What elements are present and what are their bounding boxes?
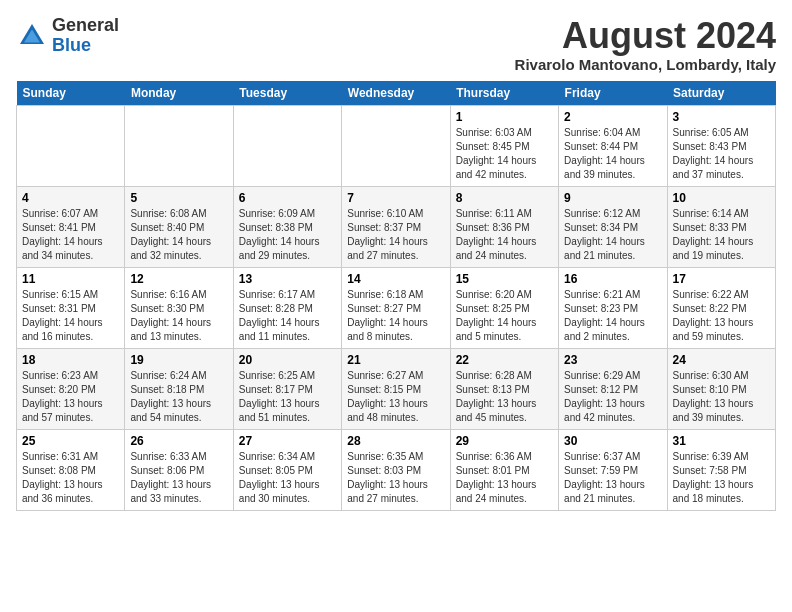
calendar-week-row: 25Sunrise: 6:31 AM Sunset: 8:08 PM Dayli…	[17, 429, 776, 510]
day-number: 3	[673, 110, 770, 124]
day-number: 6	[239, 191, 336, 205]
day-number: 16	[564, 272, 661, 286]
calendar-table: SundayMondayTuesdayWednesdayThursdayFrid…	[16, 81, 776, 511]
calendar-cell: 14Sunrise: 6:18 AM Sunset: 8:27 PM Dayli…	[342, 267, 450, 348]
calendar-cell: 24Sunrise: 6:30 AM Sunset: 8:10 PM Dayli…	[667, 348, 775, 429]
day-info: Sunrise: 6:14 AM Sunset: 8:33 PM Dayligh…	[673, 207, 770, 263]
title-block: August 2024 Rivarolo Mantovano, Lombardy…	[515, 16, 776, 73]
day-number: 27	[239, 434, 336, 448]
day-number: 28	[347, 434, 444, 448]
day-number: 14	[347, 272, 444, 286]
day-info: Sunrise: 6:17 AM Sunset: 8:28 PM Dayligh…	[239, 288, 336, 344]
day-info: Sunrise: 6:16 AM Sunset: 8:30 PM Dayligh…	[130, 288, 227, 344]
day-header-sunday: Sunday	[17, 81, 125, 106]
day-info: Sunrise: 6:04 AM Sunset: 8:44 PM Dayligh…	[564, 126, 661, 182]
calendar-cell: 28Sunrise: 6:35 AM Sunset: 8:03 PM Dayli…	[342, 429, 450, 510]
calendar-cell: 10Sunrise: 6:14 AM Sunset: 8:33 PM Dayli…	[667, 186, 775, 267]
page-header: General Blue August 2024 Rivarolo Mantov…	[16, 16, 776, 73]
day-info: Sunrise: 6:05 AM Sunset: 8:43 PM Dayligh…	[673, 126, 770, 182]
day-info: Sunrise: 6:23 AM Sunset: 8:20 PM Dayligh…	[22, 369, 119, 425]
day-number: 19	[130, 353, 227, 367]
day-info: Sunrise: 6:21 AM Sunset: 8:23 PM Dayligh…	[564, 288, 661, 344]
calendar-cell: 12Sunrise: 6:16 AM Sunset: 8:30 PM Dayli…	[125, 267, 233, 348]
day-info: Sunrise: 6:07 AM Sunset: 8:41 PM Dayligh…	[22, 207, 119, 263]
day-info: Sunrise: 6:37 AM Sunset: 7:59 PM Dayligh…	[564, 450, 661, 506]
day-number: 21	[347, 353, 444, 367]
day-header-thursday: Thursday	[450, 81, 558, 106]
day-number: 18	[22, 353, 119, 367]
day-info: Sunrise: 6:36 AM Sunset: 8:01 PM Dayligh…	[456, 450, 553, 506]
calendar-cell: 30Sunrise: 6:37 AM Sunset: 7:59 PM Dayli…	[559, 429, 667, 510]
day-info: Sunrise: 6:18 AM Sunset: 8:27 PM Dayligh…	[347, 288, 444, 344]
calendar-cell: 29Sunrise: 6:36 AM Sunset: 8:01 PM Dayli…	[450, 429, 558, 510]
calendar-cell: 16Sunrise: 6:21 AM Sunset: 8:23 PM Dayli…	[559, 267, 667, 348]
calendar-cell	[17, 105, 125, 186]
calendar-cell: 25Sunrise: 6:31 AM Sunset: 8:08 PM Dayli…	[17, 429, 125, 510]
day-number: 15	[456, 272, 553, 286]
day-number: 25	[22, 434, 119, 448]
day-header-wednesday: Wednesday	[342, 81, 450, 106]
day-info: Sunrise: 6:39 AM Sunset: 7:58 PM Dayligh…	[673, 450, 770, 506]
day-number: 11	[22, 272, 119, 286]
day-info: Sunrise: 6:12 AM Sunset: 8:34 PM Dayligh…	[564, 207, 661, 263]
day-info: Sunrise: 6:22 AM Sunset: 8:22 PM Dayligh…	[673, 288, 770, 344]
day-info: Sunrise: 6:29 AM Sunset: 8:12 PM Dayligh…	[564, 369, 661, 425]
calendar-cell: 26Sunrise: 6:33 AM Sunset: 8:06 PM Dayli…	[125, 429, 233, 510]
calendar-cell: 6Sunrise: 6:09 AM Sunset: 8:38 PM Daylig…	[233, 186, 341, 267]
day-number: 23	[564, 353, 661, 367]
calendar-cell: 11Sunrise: 6:15 AM Sunset: 8:31 PM Dayli…	[17, 267, 125, 348]
calendar-cell: 4Sunrise: 6:07 AM Sunset: 8:41 PM Daylig…	[17, 186, 125, 267]
day-info: Sunrise: 6:09 AM Sunset: 8:38 PM Dayligh…	[239, 207, 336, 263]
day-number: 31	[673, 434, 770, 448]
day-info: Sunrise: 6:08 AM Sunset: 8:40 PM Dayligh…	[130, 207, 227, 263]
day-info: Sunrise: 6:10 AM Sunset: 8:37 PM Dayligh…	[347, 207, 444, 263]
calendar-cell: 19Sunrise: 6:24 AM Sunset: 8:18 PM Dayli…	[125, 348, 233, 429]
calendar-title: August 2024	[515, 16, 776, 56]
calendar-week-row: 1Sunrise: 6:03 AM Sunset: 8:45 PM Daylig…	[17, 105, 776, 186]
calendar-cell: 15Sunrise: 6:20 AM Sunset: 8:25 PM Dayli…	[450, 267, 558, 348]
day-info: Sunrise: 6:31 AM Sunset: 8:08 PM Dayligh…	[22, 450, 119, 506]
day-info: Sunrise: 6:28 AM Sunset: 8:13 PM Dayligh…	[456, 369, 553, 425]
day-info: Sunrise: 6:15 AM Sunset: 8:31 PM Dayligh…	[22, 288, 119, 344]
day-number: 4	[22, 191, 119, 205]
calendar-cell	[342, 105, 450, 186]
day-info: Sunrise: 6:34 AM Sunset: 8:05 PM Dayligh…	[239, 450, 336, 506]
day-number: 17	[673, 272, 770, 286]
day-info: Sunrise: 6:20 AM Sunset: 8:25 PM Dayligh…	[456, 288, 553, 344]
day-number: 22	[456, 353, 553, 367]
day-info: Sunrise: 6:03 AM Sunset: 8:45 PM Dayligh…	[456, 126, 553, 182]
day-header-friday: Friday	[559, 81, 667, 106]
calendar-subtitle: Rivarolo Mantovano, Lombardy, Italy	[515, 56, 776, 73]
logo-text: General Blue	[52, 16, 119, 56]
day-info: Sunrise: 6:11 AM Sunset: 8:36 PM Dayligh…	[456, 207, 553, 263]
day-number: 20	[239, 353, 336, 367]
calendar-cell: 2Sunrise: 6:04 AM Sunset: 8:44 PM Daylig…	[559, 105, 667, 186]
day-info: Sunrise: 6:24 AM Sunset: 8:18 PM Dayligh…	[130, 369, 227, 425]
calendar-cell: 7Sunrise: 6:10 AM Sunset: 8:37 PM Daylig…	[342, 186, 450, 267]
day-header-saturday: Saturday	[667, 81, 775, 106]
calendar-cell: 3Sunrise: 6:05 AM Sunset: 8:43 PM Daylig…	[667, 105, 775, 186]
calendar-week-row: 4Sunrise: 6:07 AM Sunset: 8:41 PM Daylig…	[17, 186, 776, 267]
day-number: 2	[564, 110, 661, 124]
calendar-cell: 8Sunrise: 6:11 AM Sunset: 8:36 PM Daylig…	[450, 186, 558, 267]
day-number: 30	[564, 434, 661, 448]
calendar-cell: 23Sunrise: 6:29 AM Sunset: 8:12 PM Dayli…	[559, 348, 667, 429]
calendar-cell: 27Sunrise: 6:34 AM Sunset: 8:05 PM Dayli…	[233, 429, 341, 510]
day-info: Sunrise: 6:33 AM Sunset: 8:06 PM Dayligh…	[130, 450, 227, 506]
calendar-cell: 17Sunrise: 6:22 AM Sunset: 8:22 PM Dayli…	[667, 267, 775, 348]
calendar-cell: 13Sunrise: 6:17 AM Sunset: 8:28 PM Dayli…	[233, 267, 341, 348]
day-number: 7	[347, 191, 444, 205]
day-number: 26	[130, 434, 227, 448]
logo: General Blue	[16, 16, 119, 56]
day-info: Sunrise: 6:35 AM Sunset: 8:03 PM Dayligh…	[347, 450, 444, 506]
day-number: 24	[673, 353, 770, 367]
calendar-cell: 1Sunrise: 6:03 AM Sunset: 8:45 PM Daylig…	[450, 105, 558, 186]
calendar-week-row: 18Sunrise: 6:23 AM Sunset: 8:20 PM Dayli…	[17, 348, 776, 429]
calendar-cell: 20Sunrise: 6:25 AM Sunset: 8:17 PM Dayli…	[233, 348, 341, 429]
day-number: 13	[239, 272, 336, 286]
day-info: Sunrise: 6:25 AM Sunset: 8:17 PM Dayligh…	[239, 369, 336, 425]
calendar-cell: 5Sunrise: 6:08 AM Sunset: 8:40 PM Daylig…	[125, 186, 233, 267]
day-header-monday: Monday	[125, 81, 233, 106]
day-number: 9	[564, 191, 661, 205]
calendar-cell: 22Sunrise: 6:28 AM Sunset: 8:13 PM Dayli…	[450, 348, 558, 429]
